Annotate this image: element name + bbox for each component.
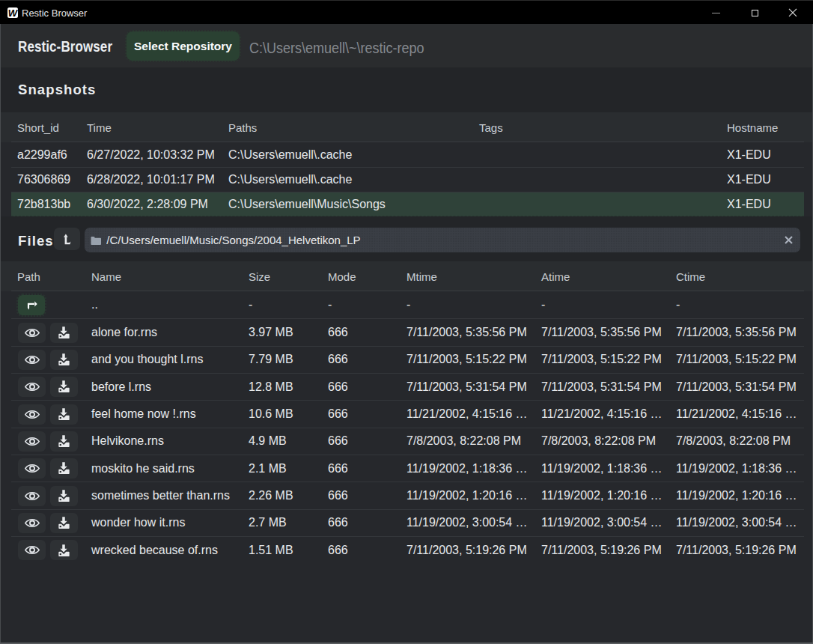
download-icon (58, 380, 70, 393)
preview-file-button[interactable] (18, 513, 46, 533)
file-mtime: 7/11/2003, 5:19:26 PM (401, 544, 535, 557)
file-mode: - (322, 298, 401, 312)
eye-icon (25, 355, 40, 365)
level-up-button[interactable] (54, 228, 80, 250)
snapshot-row[interactable]: a2299af66/27/2022, 10:03:32 PMC:\Users\e… (11, 142, 804, 167)
file-ctime: - (670, 298, 803, 312)
file-mtime: 11/21/2002, 4:15:16 PM (401, 407, 535, 421)
file-row[interactable]: feel home now !.rns10.6 MB66611/21/2002,… (11, 400, 804, 427)
snapshot-time: 6/30/2022, 2:28:09 PM (81, 198, 222, 211)
file-row-actions (11, 513, 85, 533)
files-col-size: Size (243, 270, 322, 283)
preview-file-button[interactable] (18, 486, 46, 506)
file-atime: 7/11/2003, 5:31:54 PM (535, 380, 670, 394)
download-icon (58, 435, 70, 448)
file-ctime: 7/8/2003, 8:22:08 PM (670, 434, 803, 448)
download-icon (58, 490, 70, 502)
file-name: Helvikone.rns (85, 434, 243, 448)
file-mtime: 11/19/2002, 1:18:36 PM (401, 462, 535, 476)
download-icon (58, 462, 70, 475)
file-size: 2.1 MB (243, 462, 322, 476)
preview-file-button[interactable] (18, 350, 46, 370)
file-mode: 666 (322, 380, 401, 394)
preview-file-button[interactable] (18, 323, 46, 343)
file-mode: 666 (322, 353, 401, 366)
snapshot-row[interactable]: 763068696/28/2022, 10:01:17 PMC:\Users\e… (11, 167, 804, 192)
download-file-button[interactable] (50, 323, 78, 343)
preview-file-button[interactable] (18, 540, 46, 560)
window-title: Restic Browser (22, 1, 87, 25)
minimize-button[interactable] (698, 1, 733, 25)
preview-file-button[interactable] (18, 431, 46, 452)
preview-file-button[interactable] (18, 458, 46, 479)
file-size: 7.79 MB (243, 353, 322, 366)
file-atime: - (535, 298, 670, 312)
file-row-actions (11, 404, 85, 425)
file-size: 12.8 MB (243, 380, 322, 394)
snapshot-row[interactable]: 72b813bb6/30/2022, 2:28:09 PMC:\Users\em… (11, 192, 804, 216)
snapshot-hostname: X1-EDU (721, 148, 803, 162)
app-logo-icon: W (7, 7, 18, 18)
file-mtime: 7/11/2003, 5:31:54 PM (401, 380, 535, 394)
snapshots-table-body: a2299af66/27/2022, 10:03:32 PMC:\Users\e… (1, 142, 812, 216)
select-repository-button[interactable]: Select Repository (127, 31, 240, 61)
file-atime: 7/11/2003, 5:19:26 PM (535, 544, 670, 557)
download-file-button[interactable] (50, 431, 78, 452)
file-row-actions (11, 377, 85, 397)
preview-file-button[interactable] (18, 404, 46, 425)
file-mtime: 7/11/2003, 5:35:56 PM (401, 326, 535, 339)
file-row[interactable]: sometimes better than.rns2.26 MB66611/19… (11, 482, 804, 508)
close-icon (788, 8, 797, 17)
snapshot-short-id: 72b813bb (11, 198, 81, 211)
toolbar: Restic-Browser Select Repository C:\User… (1, 24, 812, 67)
download-file-button[interactable] (50, 458, 78, 479)
file-row[interactable]: and you thought l.rns7.79 MB6667/11/2003… (11, 346, 804, 373)
go-parent-button[interactable] (18, 295, 45, 315)
file-atime: 11/19/2002, 1:20:16 PM (535, 489, 670, 502)
download-icon (58, 544, 70, 557)
maximize-icon (752, 10, 758, 16)
snapshot-time: 6/27/2022, 10:03:32 PM (81, 148, 222, 162)
snapshots-title: Snapshots (18, 67, 96, 112)
file-row-actions (11, 486, 85, 506)
file-row[interactable]: Helvikone.rns4.9 MB6667/8/2003, 8:22:08 … (11, 428, 804, 455)
snapshots-col-tags: Tags (473, 121, 721, 134)
eye-icon (25, 545, 40, 555)
file-size: 1.51 MB (243, 544, 322, 557)
download-file-button[interactable] (50, 513, 78, 533)
files-col-ctime: Ctime (670, 270, 803, 283)
files-col-atime: Atime (535, 270, 670, 283)
file-row[interactable]: moskito he said.rns2.1 MB66611/19/2002, … (11, 455, 804, 482)
parent-directory-row[interactable]: ..----- (11, 291, 804, 318)
app-title: Restic-Browser (18, 25, 112, 69)
file-path-input[interactable]: /C/Users/emuell/Music/Songs/2004_Helveti… (85, 228, 800, 252)
file-size: - (243, 298, 322, 312)
close-button[interactable] (776, 1, 810, 25)
files-col-path: Path (11, 270, 85, 283)
download-file-button[interactable] (50, 486, 78, 506)
file-mtime: - (401, 298, 535, 312)
file-ctime: 11/21/2002, 4:15:16 PM (670, 407, 803, 421)
snapshot-time: 6/28/2022, 10:01:17 PM (81, 173, 222, 186)
download-file-button[interactable] (50, 377, 78, 397)
file-row[interactable]: before l.rns12.8 MB6667/11/2003, 5:31:54… (11, 373, 804, 400)
clear-icon (784, 235, 794, 245)
files-col-mtime: Mtime (401, 270, 535, 283)
file-row[interactable]: wrecked because of.rns1.51 MB6667/11/200… (11, 536, 804, 563)
eye-icon (25, 491, 40, 501)
download-file-button[interactable] (50, 540, 78, 560)
maximize-button[interactable] (737, 1, 772, 25)
level-up-icon (59, 231, 76, 247)
file-ctime: 11/19/2002, 1:20:16 PM (670, 489, 803, 502)
preview-file-button[interactable] (18, 377, 46, 397)
file-row[interactable]: alone for.rns3.97 MB6667/11/2003, 5:35:5… (11, 318, 804, 345)
download-file-button[interactable] (50, 404, 78, 425)
file-atime: 11/19/2002, 1:18:36 PM (535, 462, 670, 476)
file-name: wonder how it.rns (85, 516, 243, 529)
file-row[interactable]: wonder how it.rns2.7 MB66611/19/2002, 3:… (11, 509, 804, 536)
file-path-value: /C/Users/emuell/Music/Songs/2004_Helveti… (106, 234, 776, 246)
clear-path-button[interactable] (776, 228, 800, 252)
file-ctime: 7/11/2003, 5:19:26 PM (670, 544, 803, 557)
eye-icon (25, 328, 40, 338)
download-file-button[interactable] (50, 350, 78, 370)
